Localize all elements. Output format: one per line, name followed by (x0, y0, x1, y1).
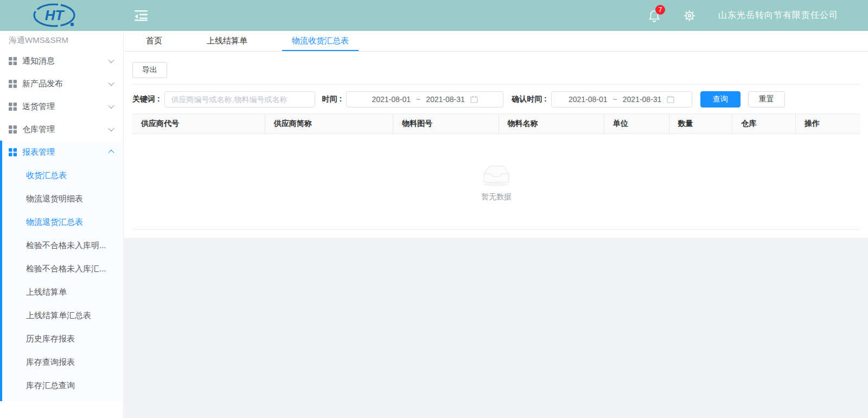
sidebar-item-label: 送货管理 (22, 102, 55, 112)
app-window: HT 7 (0, 0, 868, 418)
tab-bar: 首页 上线结算单 物流收货汇总表 (124, 31, 868, 52)
keyword-input[interactable] (164, 91, 315, 107)
time-start-date: 2021-08-01 (366, 95, 416, 104)
sidebar-sub-online-settlement[interactable]: 上线结算单 (2, 280, 123, 303)
app-title: 海通WMS&SRM (0, 31, 123, 49)
time-end-date: 2021-08-31 (420, 95, 470, 104)
notification-badge: 7 (655, 5, 665, 15)
empty-state: 暂无数据 (132, 134, 860, 230)
col-material-name: 物料名称 (499, 114, 604, 134)
export-button[interactable]: 导出 (132, 62, 167, 78)
top-header-bar: HT 7 (0, 0, 868, 31)
col-material-drawing-no: 物料图号 (393, 114, 499, 134)
company-name: 山东光岳转向节有限责任公司 (718, 10, 838, 21)
sidebar-sub-inspection-fail-summary[interactable]: 检验不合格未入库汇... (2, 257, 123, 280)
sidebar-sub-logistics-return-summary[interactable]: 物流退货汇总表 (2, 210, 123, 233)
main-content: 首页 上线结算单 物流收货汇总表 导出 关键词 : 时间 : 2021-08-0… (124, 31, 868, 418)
sidebar-item-notifications[interactable]: 通知消息 (0, 49, 123, 72)
tab-home[interactable]: 首页 (135, 31, 173, 51)
calendar-icon (470, 96, 478, 103)
sidebar: 海通WMS&SRM 通知消息 新产品发布 送货管理 (0, 31, 124, 418)
sidebar-item-label: 通知消息 (22, 56, 55, 66)
logo-icon: HT (28, 2, 80, 29)
company-logo: HT (28, 2, 80, 31)
search-button[interactable]: 查询 (700, 91, 741, 107)
tab-logistics-receipt-summary[interactable]: 物流收货汇总表 (281, 31, 360, 51)
sidebar-item-new-product[interactable]: 新产品发布 (0, 72, 123, 95)
empty-box-icon (478, 162, 514, 187)
header-right-controls: 7 (648, 0, 838, 31)
sidebar-item-warehouse[interactable]: 仓库管理 (0, 118, 123, 141)
time-range-picker[interactable]: 2021-08-01 ~ 2021-08-31 (346, 91, 503, 107)
sidebar-sub-receipt-summary[interactable]: 收货汇总表 (2, 163, 123, 187)
grid-icon (9, 103, 17, 111)
settings-gear-icon[interactable] (682, 9, 697, 23)
sidebar-item-delivery[interactable]: 送货管理 (0, 95, 123, 118)
content-panel: 导出 关键词 : 时间 : 2021-08-01 ~ 2021-08-31 (124, 52, 868, 238)
col-quantity: 数量 (669, 114, 732, 134)
filter-row: 关键词 : 时间 : 2021-08-01 ~ 2021-08-31 (132, 91, 860, 107)
grid-icon (9, 57, 17, 65)
col-unit: 单位 (604, 114, 669, 134)
grid-icon (9, 80, 17, 88)
col-supplier-code: 供应商代号 (132, 114, 265, 134)
table-header-row: 供应商代号 供应商简称 物料图号 物料名称 单位 数量 仓库 操作 (132, 114, 860, 134)
menu-fold-icon[interactable] (133, 9, 149, 22)
col-supplier-name: 供应商简称 (265, 114, 393, 134)
sidebar-item-label: 报表管理 (22, 147, 55, 157)
notification-bell-icon[interactable]: 7 (648, 9, 661, 23)
keyword-label: 关键词 : (132, 94, 160, 104)
col-actions: 操作 (796, 114, 860, 134)
range-separator: ~ (613, 95, 617, 104)
toolbar-divider (132, 84, 860, 85)
grid-icon (9, 148, 17, 156)
sidebar-sub-history-inventory[interactable]: 历史库存报表 (2, 327, 123, 350)
chevron-down-icon (108, 125, 114, 131)
confirm-start-date: 2021-08-01 (563, 95, 613, 104)
confirm-time-label: 确认时间 : (512, 94, 547, 104)
sidebar-item-label: 新产品发布 (22, 79, 63, 89)
sidebar-item-reports[interactable]: 报表管理 (2, 141, 123, 163)
confirm-end-date: 2021-08-31 (617, 95, 667, 104)
confirm-time-range-picker[interactable]: 2021-08-01 ~ 2021-08-31 (551, 91, 692, 107)
range-separator: ~ (416, 95, 420, 104)
results-table: 供应商代号 供应商简称 物料图号 物料名称 单位 数量 仓库 操作 (132, 113, 860, 134)
sidebar-sub-inventory-summary-query[interactable]: 库存汇总查询 (2, 373, 123, 397)
time-label: 时间 : (322, 94, 342, 104)
sidebar-sub-inspection-fail-detail[interactable]: 检验不合格未入库明... (2, 233, 123, 257)
empty-state-text: 暂无数据 (481, 192, 512, 202)
sidebar-sub-inventory-query[interactable]: 库存查询报表 (2, 350, 123, 373)
svg-text:HT: HT (45, 7, 65, 23)
chevron-down-icon (108, 103, 114, 109)
chevron-down-icon (108, 57, 114, 63)
reset-button[interactable]: 重置 (748, 91, 785, 107)
tab-online-settlement[interactable]: 上线结算单 (196, 31, 258, 51)
chevron-up-icon (108, 150, 114, 156)
sidebar-sub-logistics-return-detail[interactable]: 物流退货明细表 (2, 187, 123, 210)
sidebar-group-reports: 报表管理 收货汇总表 物流退货明细表 物流退货汇总表 检验不合格未入库明... … (0, 141, 123, 401)
sidebar-sub-online-settlement-summary[interactable]: 上线结算单汇总表 (2, 303, 123, 327)
col-warehouse: 仓库 (732, 114, 796, 134)
calendar-icon (667, 96, 674, 103)
grid-icon (9, 125, 17, 134)
chevron-down-icon (108, 80, 114, 86)
sidebar-item-label: 仓库管理 (22, 124, 55, 135)
